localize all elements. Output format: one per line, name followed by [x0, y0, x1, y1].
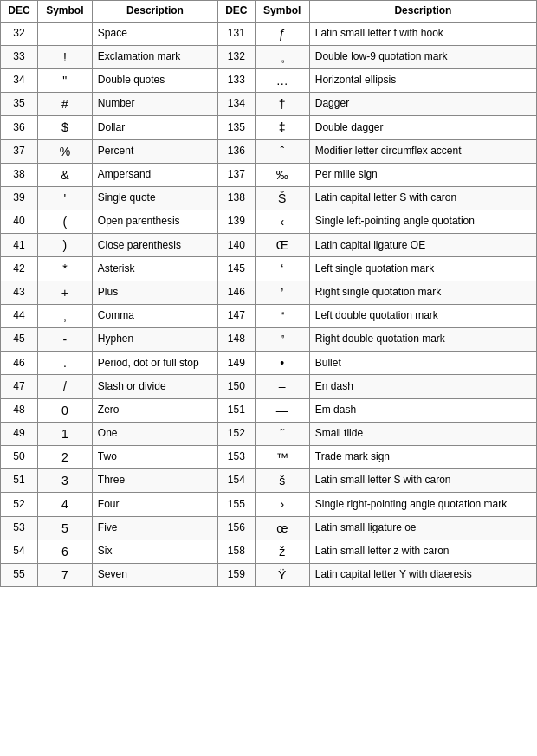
table-row: 52 4 Four 155 › Single right-pointing an… [1, 493, 537, 516]
desc2-cell: Left single quotation mark [309, 257, 536, 281]
desc2-cell: En dash [309, 375, 536, 398]
sym2-cell: œ [255, 516, 309, 540]
sym1-cell: ( [37, 210, 92, 234]
sym1-cell: 7 [37, 563, 92, 586]
sym2-cell: ‹ [255, 210, 309, 234]
desc2-cell: Latin small letter z with caron [309, 540, 536, 563]
dec1-cell: 55 [1, 563, 38, 586]
sym1-cell: ! [37, 45, 92, 68]
desc1-cell: Period, dot or full stop [92, 352, 217, 375]
dec2-cell: 156 [217, 516, 255, 540]
sym2-cell: “ [255, 304, 309, 327]
dec1-cell: 33 [1, 45, 38, 68]
sym2-cell: š [255, 469, 309, 493]
ascii-table: DEC Symbol Description DEC Symbol Descri… [0, 0, 537, 587]
dec1-cell: 53 [1, 516, 38, 540]
desc1-cell: Comma [92, 304, 217, 327]
dec1-cell: 39 [1, 186, 38, 210]
sym1-cell: ' [37, 186, 92, 210]
dec2-cell: 152 [217, 422, 255, 445]
dec2-cell: 131 [217, 22, 255, 45]
desc2-cell: Left double quotation mark [309, 304, 536, 327]
desc2-cell: Latin small letter S with caron [309, 469, 536, 493]
desc1-cell: Six [92, 540, 217, 563]
sym1-cell: / [37, 375, 92, 398]
dec2-cell: 149 [217, 352, 255, 375]
sym2-cell: ’ [255, 281, 309, 304]
sym2-cell: — [255, 398, 309, 422]
sym1-cell: % [37, 139, 92, 163]
table-row: 49 1 One 152 ˜ Small tilde [1, 422, 537, 445]
dec1-cell: 49 [1, 422, 38, 445]
desc1-cell: Zero [92, 398, 217, 422]
sym1-cell: 2 [37, 445, 92, 468]
desc2-cell: Horizontal ellipsis [309, 68, 536, 92]
dec2-cell: 132 [217, 45, 255, 68]
dec2-cell: 134 [217, 93, 255, 116]
sym2-cell: † [255, 93, 309, 116]
dec1-cell: 46 [1, 352, 38, 375]
desc2-cell: Em dash [309, 398, 536, 422]
sym1-cell: $ [37, 116, 92, 139]
dec2-cell: 137 [217, 163, 255, 186]
desc2-cell: Latin capital letter Y with diaeresis [309, 563, 536, 586]
dec2-cell: 147 [217, 304, 255, 327]
dec1-cell: 34 [1, 68, 38, 92]
sym1-cell: # [37, 93, 92, 116]
sym2-cell: ˜ [255, 422, 309, 445]
table-row: 41 ) Close parenthesis 140 Œ Latin capit… [1, 234, 537, 257]
table-row: 53 5 Five 156 œ Latin small ligature oe [1, 516, 537, 540]
sym1-cell: & [37, 163, 92, 186]
sym1-cell: . [37, 352, 92, 375]
desc2-cell: Bullet [309, 352, 536, 375]
desc2-cell: Double low-9 quotation mark [309, 45, 536, 68]
sym2-cell: ™ [255, 445, 309, 468]
col-sym1: Symbol [37, 1, 92, 23]
table-row: 32 Space 131 ƒ Latin small letter f with… [1, 22, 537, 45]
sym2-cell: ƒ [255, 22, 309, 45]
table-row: 37 % Percent 136 ˆ Modifier letter circu… [1, 139, 537, 163]
desc1-cell: Double quotes [92, 68, 217, 92]
dec1-cell: 42 [1, 257, 38, 281]
sym2-cell: › [255, 493, 309, 516]
desc1-cell: Two [92, 445, 217, 468]
dec1-cell: 43 [1, 281, 38, 304]
desc1-cell: Close parenthesis [92, 234, 217, 257]
dec1-cell: 38 [1, 163, 38, 186]
dec1-cell: 44 [1, 304, 38, 327]
dec2-cell: 140 [217, 234, 255, 257]
sym2-cell: • [255, 352, 309, 375]
sym2-cell: Œ [255, 234, 309, 257]
dec2-cell: 139 [217, 210, 255, 234]
desc2-cell: Right double quotation mark [309, 328, 536, 352]
table-row: 40 ( Open parenthesis 139 ‹ Single left-… [1, 210, 537, 234]
desc2-cell: Modifier letter circumflex accent [309, 139, 536, 163]
desc1-cell: Single quote [92, 186, 217, 210]
sym1-cell: - [37, 328, 92, 352]
dec1-cell: 52 [1, 493, 38, 516]
col-dec2: DEC [217, 1, 255, 23]
desc2-cell: Per mille sign [309, 163, 536, 186]
dec1-cell: 50 [1, 445, 38, 468]
table-row: 51 3 Three 154 š Latin small letter S wi… [1, 469, 537, 493]
desc2-cell: Trade mark sign [309, 445, 536, 468]
dec2-cell: 138 [217, 186, 255, 210]
dec2-cell: 145 [217, 257, 255, 281]
table-row: 47 / Slash or divide 150 – En dash [1, 375, 537, 398]
dec1-cell: 48 [1, 398, 38, 422]
table-row: 35 # Number 134 † Dagger [1, 93, 537, 116]
desc1-cell: Hyphen [92, 328, 217, 352]
sym1-cell: 3 [37, 469, 92, 493]
dec2-cell: 154 [217, 469, 255, 493]
sym2-cell: Š [255, 186, 309, 210]
dec1-cell: 35 [1, 93, 38, 116]
desc2-cell: Double dagger [309, 116, 536, 139]
desc1-cell: Number [92, 93, 217, 116]
table-row: 44 , Comma 147 “ Left double quotation m… [1, 304, 537, 327]
sym1-cell: + [37, 281, 92, 304]
table-row: 33 ! Exclamation mark 132 „ Double low-9… [1, 45, 537, 68]
table-row: 36 $ Dollar 135 ‡ Double dagger [1, 116, 537, 139]
dec2-cell: 155 [217, 493, 255, 516]
sym1-cell: * [37, 257, 92, 281]
desc1-cell: Five [92, 516, 217, 540]
